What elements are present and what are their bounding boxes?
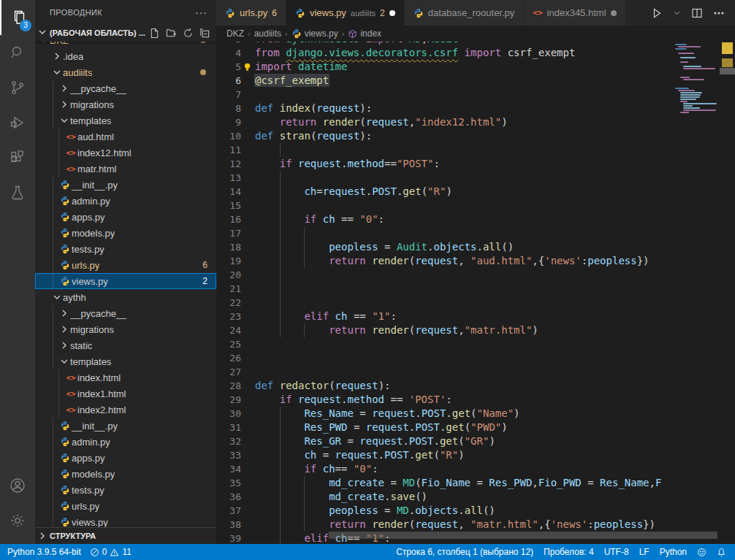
- tree-file-index1-html[interactable]: <>index1.html: [35, 386, 216, 402]
- python-interpreter-item[interactable]: Python 3.9.5 64-bit: [7, 547, 81, 557]
- code-line-22[interactable]: 22: [216, 296, 672, 310]
- code-line-37[interactable]: 37 peopless = MD.objects.all(): [216, 504, 672, 518]
- activity-explorer[interactable]: 3: [0, 0, 35, 35]
- explorer-more-actions-button[interactable]: ···: [195, 7, 207, 18]
- tree-file-views-py[interactable]: views.py2: [35, 273, 216, 289]
- code-line-14[interactable]: 14 ch=request.POST.get("R"): [216, 185, 672, 199]
- tree-file-matr-html[interactable]: <>matr.html: [35, 161, 216, 177]
- line-number[interactable]: 5: [216, 60, 241, 74]
- code-line-6[interactable]: 6@csrf_exempt: [216, 74, 672, 88]
- line-number[interactable]: 15: [216, 199, 241, 212]
- minimap[interactable]: [672, 26, 720, 544]
- tree-file-index-html[interactable]: <>index.html: [35, 369, 216, 386]
- activity-run-debug[interactable]: [0, 105, 35, 140]
- tree-folder-templates[interactable]: templates: [35, 353, 216, 369]
- code-line-9[interactable]: 9 return render(request,"index12.html"): [216, 115, 672, 129]
- line-number[interactable]: 21: [216, 282, 241, 296]
- code-line-29[interactable]: 29 if request.method == 'POST':: [216, 393, 672, 407]
- activity-extensions[interactable]: [0, 140, 35, 175]
- activity-source-control[interactable]: [0, 70, 35, 105]
- run-dropdown[interactable]: [673, 9, 681, 17]
- refresh-icon[interactable]: [183, 28, 194, 39]
- line-number[interactable]: 36: [216, 490, 241, 504]
- line-number[interactable]: 32: [216, 434, 241, 448]
- code-line-25[interactable]: 25: [216, 337, 672, 351]
- tree-folder-static[interactable]: static: [35, 337, 216, 353]
- code-line-7[interactable]: 7: [216, 88, 672, 101]
- line-number[interactable]: 9: [216, 115, 241, 129]
- line-number[interactable]: 13: [216, 171, 241, 185]
- line-number[interactable]: 7: [216, 88, 241, 101]
- code-line-18[interactable]: 18 peopless = Audit.objects.all(): [216, 240, 672, 254]
- line-number[interactable]: 4: [216, 46, 241, 60]
- tree-folder--pycache-[interactable]: __pycache__: [35, 80, 216, 96]
- tab-views-py[interactable]: views.pyaudiiits2: [286, 0, 405, 26]
- overview-ruler[interactable]: [720, 26, 735, 544]
- code-line-17[interactable]: 17: [216, 226, 672, 240]
- line-number[interactable]: 22: [216, 296, 241, 310]
- activity-account[interactable]: [0, 468, 35, 503]
- tree-folder--idea[interactable]: .idea: [35, 48, 216, 64]
- activity-settings[interactable]: [0, 503, 35, 538]
- run-button[interactable]: [651, 7, 663, 19]
- tree-file-tests-py[interactable]: tests.py: [35, 241, 216, 257]
- line-number[interactable]: 17: [216, 226, 241, 240]
- activity-search[interactable]: [0, 35, 35, 70]
- code-line-8[interactable]: 8def index(request):: [216, 101, 672, 115]
- tree-file-admin-py[interactable]: admin.py: [35, 193, 216, 209]
- code-line-19[interactable]: 19 return render(request, "aud.html",{'n…: [216, 254, 672, 268]
- feedback-item[interactable]: [697, 548, 707, 557]
- code-line-10[interactable]: 10def stran(request):: [216, 129, 672, 143]
- line-number[interactable]: 30: [216, 407, 241, 421]
- tab-database-roouter-py[interactable]: database_roouter.py: [405, 0, 525, 26]
- indentation-item[interactable]: Пробелов: 4: [544, 547, 594, 557]
- tree-file-apps-py[interactable]: apps.py: [35, 450, 216, 466]
- code-line-5[interactable]: 5import datetime: [216, 60, 672, 74]
- code-line-34[interactable]: 34 if ch== "0":: [216, 462, 672, 476]
- line-number[interactable]: 6: [216, 74, 241, 88]
- eol-item[interactable]: LF: [639, 547, 650, 557]
- line-number[interactable]: 37: [216, 504, 241, 518]
- breadcrumb-item-audiiits[interactable]: audiiits: [254, 28, 281, 39]
- code-line-28[interactable]: 28def redactor(request):: [216, 379, 672, 393]
- code-line-36[interactable]: 36 md_create.save(): [216, 490, 672, 504]
- activity-testing[interactable]: [0, 175, 35, 210]
- line-number[interactable]: 28: [216, 379, 241, 393]
- tree-file--init-py[interactable]: __init__.py: [35, 418, 216, 434]
- breadcrumb-item-views-py[interactable]: views.py: [292, 28, 338, 39]
- line-number[interactable]: 19: [216, 254, 241, 268]
- collapse-all-icon[interactable]: [199, 28, 210, 39]
- new-folder-icon[interactable]: [166, 28, 177, 39]
- tab-urls-py[interactable]: urls.py6: [216, 0, 286, 26]
- lightbulb-icon[interactable]: [243, 62, 252, 72]
- tree-file-tests-py[interactable]: tests.py: [35, 482, 216, 498]
- line-number[interactable]: 39: [216, 532, 241, 545]
- code-line-13[interactable]: 13: [216, 171, 672, 185]
- tree-file-aud-html[interactable]: <>aud.html: [35, 129, 216, 145]
- tree-folder-templates[interactable]: templates: [35, 112, 216, 129]
- tree-folder-aythh[interactable]: aythh: [35, 289, 216, 305]
- line-number[interactable]: 10: [216, 129, 241, 143]
- tree-folder-audiiits[interactable]: audiiits: [35, 64, 216, 80]
- code-line-31[interactable]: 31 Res_PWD = request.POST.get("PWD"): [216, 421, 672, 434]
- vertical-scrollbar-slider[interactable]: [720, 68, 735, 74]
- line-number[interactable]: 12: [216, 157, 241, 171]
- line-number[interactable]: 14: [216, 185, 241, 199]
- code-line-15[interactable]: 15: [216, 199, 672, 212]
- line-number[interactable]: 20: [216, 268, 241, 282]
- more-actions-button[interactable]: [713, 7, 725, 19]
- code-line-23[interactable]: 23 elif ch == "1":: [216, 310, 672, 323]
- tree-folder-migrations[interactable]: migrations: [35, 96, 216, 112]
- code-line-20[interactable]: 20: [216, 268, 672, 282]
- horizontal-scrollbar[interactable]: [329, 532, 717, 539]
- tree-file-urls-py[interactable]: urls.py6: [35, 257, 216, 273]
- line-number[interactable]: 23: [216, 310, 241, 323]
- code-line-35[interactable]: 35 md_create = MD(Fio_Name = Res_PWD,Fio…: [216, 476, 672, 490]
- line-number[interactable]: 24: [216, 323, 241, 337]
- tree-file-models-py[interactable]: models.py: [35, 225, 216, 241]
- tab-index345-html[interactable]: <>index345.html: [524, 0, 625, 26]
- outline-section-header[interactable]: СТРУКТУРА: [35, 527, 216, 544]
- code-line-27[interactable]: 27: [216, 365, 672, 379]
- tree-file--init-py[interactable]: __init__.py: [35, 177, 216, 193]
- tree-file-index12-html[interactable]: <>index12.html: [35, 145, 216, 161]
